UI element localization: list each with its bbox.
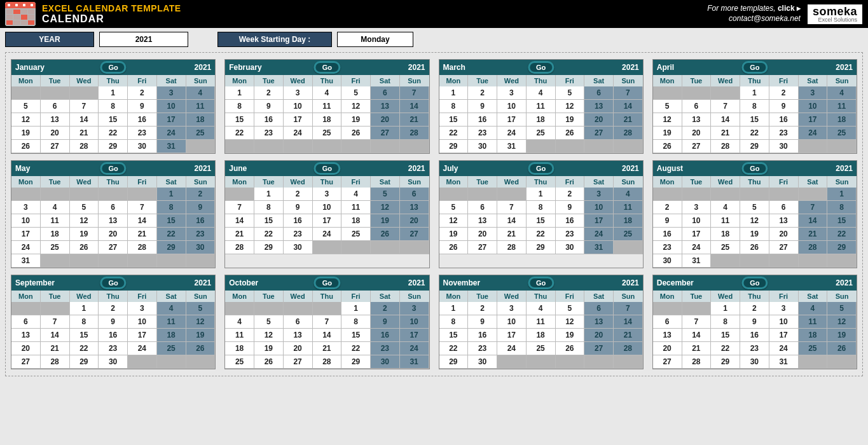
date-cell[interactable]: 17	[682, 228, 712, 241]
date-cell[interactable]: 27	[11, 355, 41, 369]
date-cell[interactable]: 21	[400, 113, 429, 127]
date-cell[interactable]: 23	[740, 342, 769, 355]
date-cell[interactable]: 22	[740, 127, 769, 140]
date-cell[interactable]: 17	[313, 214, 342, 228]
date-cell[interactable]: 11	[341, 201, 371, 214]
date-cell[interactable]: 7	[41, 315, 70, 329]
date-cell[interactable]: 8	[70, 315, 99, 329]
date-cell[interactable]: 5	[740, 201, 769, 214]
go-button[interactable]: Go	[314, 277, 340, 289]
date-cell[interactable]: 21	[497, 228, 527, 241]
date-cell[interactable]: 7	[614, 302, 643, 315]
date-cell[interactable]: 20	[99, 228, 128, 241]
date-cell[interactable]: 21	[682, 342, 712, 355]
date-cell[interactable]: 20	[584, 113, 614, 127]
date-cell[interactable]: 15	[157, 214, 186, 228]
date-cell[interactable]: 1	[99, 86, 128, 100]
date-cell[interactable]: 9	[371, 315, 400, 329]
date-cell[interactable]: 4	[711, 201, 740, 214]
date-cell[interactable]: 18	[41, 228, 70, 241]
date-cell[interactable]: 8	[254, 201, 284, 214]
date-cell[interactable]: 8	[157, 201, 186, 214]
date-cell[interactable]: 16	[556, 214, 585, 228]
date-cell[interactable]: 16	[740, 329, 769, 342]
date-cell[interactable]: 15	[254, 214, 284, 228]
go-button[interactable]: Go	[100, 61, 126, 74]
date-cell[interactable]: 21	[614, 329, 643, 342]
date-cell[interactable]: 9	[740, 315, 769, 329]
date-cell[interactable]: 16	[769, 113, 799, 127]
date-cell[interactable]: 30	[468, 140, 497, 153]
date-cell[interactable]: 16	[128, 113, 157, 127]
date-cell[interactable]: 4	[614, 188, 643, 201]
date-cell[interactable]: 13	[468, 214, 497, 228]
date-cell[interactable]: 3	[682, 201, 712, 214]
date-cell[interactable]: 31	[497, 140, 527, 153]
date-cell[interactable]: 8	[341, 315, 371, 329]
date-cell[interactable]: 15	[439, 329, 469, 342]
date-cell[interactable]: 14	[497, 214, 527, 228]
date-cell[interactable]: 23	[99, 342, 128, 355]
date-cell[interactable]: 9	[556, 201, 585, 214]
date-cell[interactable]: 13	[400, 201, 429, 214]
date-cell[interactable]: 24	[400, 342, 429, 355]
date-cell[interactable]: 31	[769, 355, 799, 369]
go-button[interactable]: Go	[314, 61, 340, 74]
date-cell[interactable]: 18	[225, 342, 254, 355]
date-cell[interactable]: 7	[497, 201, 527, 214]
date-cell[interactable]: 26	[254, 355, 284, 369]
date-cell[interactable]: 3	[497, 86, 527, 100]
date-cell[interactable]: 20	[371, 113, 400, 127]
date-cell[interactable]: 15	[827, 214, 857, 228]
date-cell[interactable]: 18	[341, 214, 371, 228]
date-cell[interactable]: 14	[614, 315, 643, 329]
date-cell[interactable]: 14	[711, 113, 740, 127]
date-cell[interactable]: 26	[740, 241, 769, 254]
date-cell[interactable]: 12	[556, 100, 585, 113]
date-cell[interactable]: 3	[157, 86, 186, 100]
date-cell[interactable]: 6	[584, 86, 614, 100]
date-cell[interactable]: 26	[11, 140, 41, 153]
date-cell[interactable]: 6	[11, 315, 41, 329]
date-cell[interactable]: 28	[313, 355, 342, 369]
date-cell[interactable]: 25	[341, 228, 371, 241]
date-cell[interactable]: 3	[11, 201, 41, 214]
date-cell[interactable]: 22	[527, 228, 556, 241]
date-cell[interactable]: 10	[128, 315, 157, 329]
date-cell[interactable]: 3	[799, 86, 828, 100]
date-cell[interactable]: 25	[711, 241, 740, 254]
date-cell[interactable]: 23	[653, 241, 682, 254]
date-cell[interactable]: 20	[400, 214, 429, 228]
date-cell[interactable]: 15	[225, 113, 254, 127]
date-cell[interactable]: 29	[99, 140, 128, 153]
date-cell[interactable]: 27	[371, 127, 400, 140]
date-cell[interactable]: 9	[284, 201, 313, 214]
date-cell[interactable]: 27	[99, 241, 128, 254]
date-cell[interactable]: 8	[225, 100, 254, 113]
date-cell[interactable]: 24	[313, 228, 342, 241]
date-cell[interactable]: 5	[439, 201, 469, 214]
date-cell[interactable]: 4	[157, 302, 186, 315]
date-cell[interactable]: 28	[225, 241, 254, 254]
date-cell[interactable]: 28	[128, 241, 157, 254]
date-cell[interactable]: 7	[682, 315, 712, 329]
date-cell[interactable]: 16	[371, 329, 400, 342]
date-cell[interactable]: 22	[254, 228, 284, 241]
date-cell[interactable]: 2	[653, 201, 682, 214]
date-cell[interactable]: 29	[254, 241, 284, 254]
date-cell[interactable]: 12	[827, 315, 857, 329]
date-cell[interactable]: 31	[400, 355, 429, 369]
date-cell[interactable]: 7	[711, 100, 740, 113]
date-cell[interactable]: 28	[614, 342, 643, 355]
date-cell[interactable]: 4	[799, 302, 828, 315]
date-cell[interactable]: 5	[11, 100, 41, 113]
date-cell[interactable]: 11	[313, 100, 342, 113]
date-cell[interactable]: 22	[827, 228, 857, 241]
date-cell[interactable]: 26	[556, 127, 585, 140]
date-cell[interactable]: 29	[740, 140, 769, 153]
date-cell[interactable]: 6	[371, 86, 400, 100]
date-cell[interactable]: 21	[614, 113, 643, 127]
date-cell[interactable]: 13	[284, 329, 313, 342]
date-cell[interactable]: 10	[284, 100, 313, 113]
date-cell[interactable]: 18	[527, 113, 556, 127]
